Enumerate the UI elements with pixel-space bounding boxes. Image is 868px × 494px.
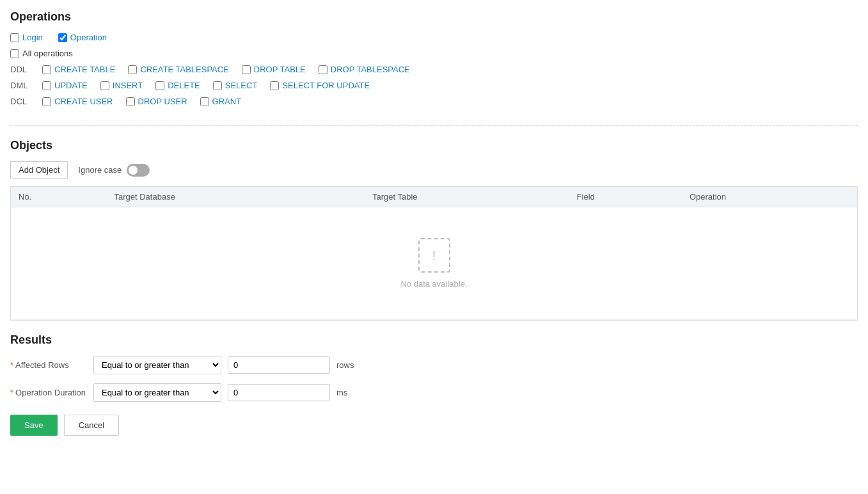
col-operation: Operation — [682, 187, 857, 207]
select-for-update-label: SELECT FOR UPDATE — [282, 81, 370, 90]
results-title: Results — [10, 333, 858, 347]
ddl-label: DDL — [10, 65, 42, 74]
drop-table-label: DROP TABLE — [254, 65, 306, 74]
toggle-slider — [127, 164, 150, 177]
select-label: SELECT — [225, 81, 258, 90]
login-checkbox-item[interactable]: Login — [10, 33, 43, 42]
drop-user-checkbox[interactable] — [126, 97, 135, 106]
ignore-case-toggle[interactable] — [127, 164, 150, 177]
create-tablespace-label: CREATE TABLESPACE — [140, 65, 228, 74]
select-for-update-item[interactable]: SELECT FOR UPDATE — [270, 81, 370, 90]
objects-table-header-row: No. Target Database Target Table Field O… — [11, 187, 857, 207]
affected-rows-select[interactable]: Equal to or greater than Less than Equal… — [93, 356, 221, 374]
operations-title: Operations — [10, 10, 858, 24]
operation-label: Operation — [70, 33, 107, 42]
objects-table-head: No. Target Database Target Table Field O… — [11, 187, 857, 207]
insert-item[interactable]: INSERT — [100, 81, 143, 90]
results-section: Results * Affected Rows Equal to or grea… — [10, 333, 858, 402]
insert-checkbox[interactable] — [100, 81, 109, 90]
all-operations-checkbox[interactable] — [10, 49, 19, 58]
drop-tablespace-item[interactable]: DROP TABLESPACE — [319, 65, 410, 74]
dcl-label: DCL — [10, 97, 42, 106]
insert-label: INSERT — [113, 81, 143, 90]
grant-item[interactable]: GRANT — [200, 97, 242, 106]
create-table-checkbox[interactable] — [42, 65, 51, 74]
delete-item[interactable]: DELETE — [155, 81, 200, 90]
grant-checkbox[interactable] — [200, 97, 209, 106]
no-data-cell: ! No data available. — [11, 207, 857, 320]
all-operations-checkbox-item[interactable]: All operations — [10, 49, 73, 58]
login-label: Login — [22, 33, 43, 42]
operation-checkbox[interactable] — [58, 33, 67, 42]
drop-table-checkbox[interactable] — [242, 65, 251, 74]
create-table-item[interactable]: CREATE TABLE — [42, 65, 115, 74]
select-checkbox[interactable] — [213, 81, 222, 90]
select-item[interactable]: SELECT — [213, 81, 258, 90]
objects-table: No. Target Database Target Table Field O… — [11, 187, 857, 320]
cancel-button[interactable]: Cancel — [64, 415, 119, 436]
no-data-text: No data available. — [400, 279, 467, 289]
affected-rows-unit: rows — [336, 360, 354, 370]
objects-section: Objects Add Object Ignore case No. Targe… — [10, 139, 858, 321]
no-data-row: ! No data available. — [11, 207, 857, 320]
create-tablespace-checkbox[interactable] — [128, 65, 137, 74]
operation-duration-text: Operation Duration — [15, 388, 86, 397]
affected-rows-row: * Affected Rows Equal to or greater than… — [10, 356, 858, 374]
ignore-case-text: Ignore case — [78, 165, 122, 175]
all-operations-label: All operations — [22, 49, 73, 58]
operations-row2: All operations — [10, 49, 858, 58]
drop-table-item[interactable]: DROP TABLE — [242, 65, 306, 74]
operations-section: Operations Login Operation All operation… — [10, 10, 858, 126]
dml-items: UPDATE INSERT DELETE SELECT SELECT FOR U… — [42, 81, 370, 90]
operation-duration-unit: ms — [336, 388, 347, 397]
dcl-row: DCL CREATE USER DROP USER GRANT — [10, 97, 858, 106]
objects-title: Objects — [10, 139, 858, 152]
add-object-button[interactable]: Add Object — [10, 161, 68, 179]
update-checkbox[interactable] — [42, 81, 51, 90]
update-label: UPDATE — [54, 81, 88, 90]
objects-table-wrapper: No. Target Database Target Table Field O… — [10, 186, 858, 321]
dml-row: DML UPDATE INSERT DELETE SELECT SELECT F… — [10, 81, 858, 90]
footer-buttons: Save Cancel — [10, 415, 858, 436]
operation-duration-row: * Operation Duration Equal to or greater… — [10, 383, 858, 402]
create-user-checkbox[interactable] — [42, 97, 51, 106]
ddl-items: CREATE TABLE CREATE TABLESPACE DROP TABL… — [42, 65, 410, 74]
operations-row1: Login Operation — [10, 33, 858, 42]
login-checkbox[interactable] — [10, 33, 19, 42]
no-data-area: ! No data available. — [19, 212, 849, 314]
ignore-case-container: Ignore case — [78, 164, 150, 177]
col-no: No. — [11, 187, 106, 207]
operation-duration-label: * Operation Duration — [10, 388, 87, 397]
create-table-label: CREATE TABLE — [54, 65, 115, 74]
drop-tablespace-label: DROP TABLESPACE — [331, 65, 410, 74]
grant-label: GRANT — [212, 97, 242, 106]
operation-duration-select[interactable]: Equal to or greater than Less than Equal… — [93, 383, 221, 402]
create-user-item[interactable]: CREATE USER — [42, 97, 113, 106]
col-target-table: Target Table — [365, 187, 569, 207]
col-target-database: Target Database — [106, 187, 364, 207]
col-field: Field — [569, 187, 682, 207]
update-item[interactable]: UPDATE — [42, 81, 88, 90]
drop-tablespace-checkbox[interactable] — [319, 65, 327, 74]
empty-state-icon: ! — [418, 238, 450, 273]
affected-rows-text: Affected Rows — [15, 360, 69, 370]
dcl-items: CREATE USER DROP USER GRANT — [42, 97, 241, 106]
drop-user-item[interactable]: DROP USER — [126, 97, 187, 106]
create-tablespace-item[interactable]: CREATE TABLESPACE — [128, 65, 228, 74]
affected-rows-label: * Affected Rows — [10, 360, 87, 370]
operation-checkbox-item[interactable]: Operation — [58, 33, 107, 42]
affected-rows-input[interactable] — [228, 356, 330, 374]
delete-label: DELETE — [168, 81, 200, 90]
operation-duration-input[interactable] — [228, 384, 330, 401]
objects-header: Add Object Ignore case — [10, 161, 858, 179]
objects-table-body: ! No data available. — [11, 207, 857, 320]
drop-user-label: DROP USER — [138, 97, 187, 106]
save-button[interactable]: Save — [10, 415, 58, 436]
dml-label: DML — [10, 81, 42, 90]
ddl-row: DDL CREATE TABLE CREATE TABLESPACE DROP … — [10, 65, 858, 74]
affected-rows-star: * — [10, 360, 13, 370]
create-user-label: CREATE USER — [54, 97, 113, 106]
operation-duration-star: * — [10, 388, 13, 397]
delete-checkbox[interactable] — [155, 81, 164, 90]
select-for-update-checkbox[interactable] — [270, 81, 279, 90]
